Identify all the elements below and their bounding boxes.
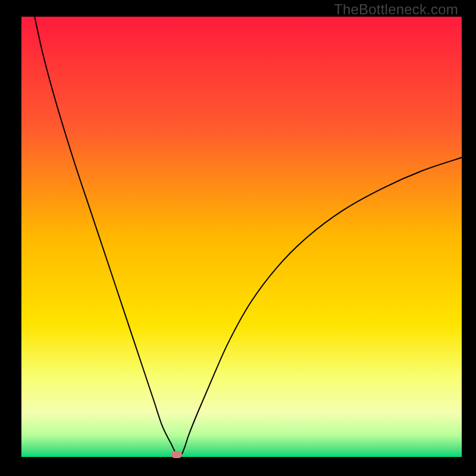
chart-frame: TheBottleneck.com [0,0,476,476]
bottleneck-curve [21,17,462,457]
plot-area [21,17,462,457]
watermark-text: TheBottleneck.com [334,1,458,18]
minimum-marker [171,451,182,458]
